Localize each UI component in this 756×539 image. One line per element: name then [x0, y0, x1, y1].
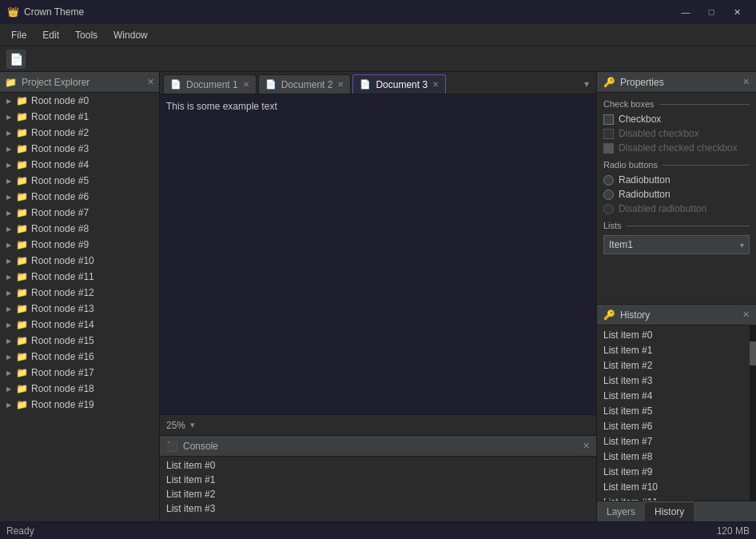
tree-label-18: Root node #18 — [31, 383, 94, 394]
main-layout: 📁 Project Explorer ✕ ▶ 📁 Root node #0 ▶ … — [0, 72, 756, 521]
menu-edit[interactable]: Edit — [34, 26, 67, 44]
tree-item-3[interactable]: ▶ 📁 Root node #3 — [0, 141, 159, 157]
tab-bar: 📄 Document 1 ✕ 📄 Document 2 ✕ 📄 Document… — [160, 72, 596, 94]
tree-label-10: Root node #10 — [31, 255, 94, 266]
history-item-11: List item #11 — [603, 494, 750, 501]
tree-item-19[interactable]: ▶ 📁 Root node #19 — [0, 397, 159, 413]
tree-item-18[interactable]: ▶ 📁 Root node #18 — [0, 381, 159, 397]
tree-item-0[interactable]: ▶ 📁 Root node #0 — [0, 93, 159, 109]
tree-arrow-2: ▶ — [5, 129, 13, 137]
tab-dropdown-button[interactable]: ▾ — [580, 74, 593, 94]
tree-item-8[interactable]: ▶ 📁 Root node #8 — [0, 221, 159, 237]
editor-area[interactable]: This is some example text — [160, 94, 596, 414]
app-title: Crown Theme — [24, 6, 668, 18]
tree-arrow-0: ▶ — [5, 97, 13, 105]
layers-tab[interactable]: Layers — [597, 501, 645, 521]
folder-icon-9: 📁 — [16, 239, 28, 250]
folder-icon-18: 📁 — [16, 383, 28, 394]
tree-item-15[interactable]: ▶ 📁 Root node #15 — [0, 333, 159, 349]
history-tab[interactable]: History — [645, 501, 694, 521]
tree-arrow-5: ▶ — [5, 177, 13, 185]
minimize-button[interactable]: — — [673, 0, 698, 24]
tree-item-9[interactable]: ▶ 📁 Root node #9 — [0, 237, 159, 253]
tree-item-14[interactable]: ▶ 📁 Root node #14 — [0, 317, 159, 333]
close-button[interactable]: ✕ — [724, 0, 750, 24]
tree-label-1: Root node #1 — [31, 111, 89, 122]
radio-2 — [603, 204, 614, 214]
radio-row-0: Radiobutton — [603, 174, 750, 186]
tree-arrow-17: ▶ — [5, 369, 13, 377]
tab-close-doc2[interactable]: ✕ — [337, 80, 344, 89]
checkbox-row-1: Disabled checkbox — [603, 128, 750, 139]
history-title: History — [620, 309, 650, 321]
window-controls: — □ ✕ — [673, 0, 750, 24]
checkbox-2: ✓ — [603, 143, 614, 154]
menu-file[interactable]: File — [3, 26, 34, 44]
app-icon: 👑 — [6, 6, 19, 18]
radio-row-2: Disabled radiobutton — [603, 203, 750, 214]
sidebar-close-button[interactable]: ✕ — [147, 77, 154, 87]
folder-icon-16: 📁 — [16, 351, 28, 362]
history-item-6: List item #6 — [603, 418, 750, 433]
folder-icon-12: 📁 — [16, 287, 28, 298]
tree-arrow-16: ▶ — [5, 353, 13, 361]
history-item-8: List item #8 — [603, 449, 750, 464]
folder-icon-11: 📁 — [16, 271, 28, 282]
tab-close-doc3[interactable]: ✕ — [432, 80, 439, 89]
tree-label-16: Root node #16 — [31, 351, 94, 362]
console-close-button[interactable]: ✕ — [583, 441, 590, 451]
tree-label-12: Root node #12 — [31, 287, 94, 298]
tree-item-10[interactable]: ▶ 📁 Root node #10 — [0, 253, 159, 269]
tree-item-12[interactable]: ▶ 📁 Root node #12 — [0, 285, 159, 301]
history-scrollbar[interactable] — [750, 325, 756, 501]
chevron-down-icon: ▾ — [740, 241, 744, 250]
checkbox-0[interactable] — [603, 114, 614, 125]
menu-tools[interactable]: Tools — [67, 26, 105, 44]
new-file-button[interactable]: 📄 — [6, 50, 26, 69]
tab-close-doc1[interactable]: ✕ — [243, 80, 249, 89]
menu-window[interactable]: Window — [105, 26, 156, 44]
properties-icon: 🔑 — [603, 77, 615, 88]
tree-item-4[interactable]: ▶ 📁 Root node #4 — [0, 157, 159, 173]
bottom-tabs-bar: Layers History — [597, 501, 756, 521]
radiobuttons-label: Radio buttons — [603, 160, 750, 170]
tree-item-17[interactable]: ▶ 📁 Root node #17 — [0, 365, 159, 381]
checkbox-label-2: Disabled checked checkbox — [619, 142, 738, 154]
tree-arrow-4: ▶ — [5, 161, 13, 169]
radio-1[interactable] — [603, 190, 614, 200]
tree-item-2[interactable]: ▶ 📁 Root node #2 — [0, 125, 159, 141]
lists-dropdown[interactable]: Item1 ▾ — [603, 235, 750, 254]
folder-icon-7: 📁 — [16, 207, 28, 218]
tree-item-6[interactable]: ▶ 📁 Root node #6 — [0, 189, 159, 205]
tab-document3[interactable]: 📄 Document 3 ✕ — [352, 74, 446, 94]
tree-arrow-13: ▶ — [5, 305, 13, 313]
zoom-dropdown-button[interactable]: ▾ — [190, 420, 195, 430]
tab-document2[interactable]: 📄 Document 2 ✕ — [258, 74, 352, 94]
tree-item-11[interactable]: ▶ 📁 Root node #11 — [0, 269, 159, 285]
console-list: List item #0List item #1List item #2List… — [160, 457, 596, 521]
radio-0[interactable] — [603, 175, 614, 186]
console-item-0: List item #0 — [166, 458, 590, 473]
folder-icon-0: 📁 — [16, 95, 28, 106]
tab-label-doc2: Document 2 — [281, 79, 333, 90]
tree-item-13[interactable]: ▶ 📁 Root node #13 — [0, 301, 159, 317]
properties-header: 🔑 Properties ✕ — [597, 72, 756, 93]
history-close-button[interactable]: ✕ — [742, 309, 750, 320]
maximize-button[interactable]: □ — [698, 0, 724, 24]
tab-document1[interactable]: 📄 Document 1 ✕ — [163, 74, 257, 94]
sidebar-title: Project Explorer — [22, 77, 90, 88]
tree-arrow-18: ▶ — [5, 385, 13, 393]
tree-item-16[interactable]: ▶ 📁 Root node #16 — [0, 349, 159, 365]
checkbox-row-0: Checkbox — [603, 114, 750, 125]
center-content: 📄 Document 1 ✕ 📄 Document 2 ✕ 📄 Document… — [160, 72, 596, 521]
tree-label-7: Root node #7 — [31, 207, 89, 218]
tree-item-7[interactable]: ▶ 📁 Root node #7 — [0, 205, 159, 221]
history-item-4: List item #4 — [603, 388, 750, 403]
tree-label-0: Root node #0 — [31, 95, 89, 106]
properties-close-button[interactable]: ✕ — [742, 77, 750, 87]
tree-item-1[interactable]: ▶ 📁 Root node #1 — [0, 109, 159, 125]
console-item-2: List item #2 — [166, 487, 590, 501]
folder-icon-5: 📁 — [16, 175, 28, 186]
tab-icon-doc1: 📄 — [170, 79, 181, 90]
tree-item-5[interactable]: ▶ 📁 Root node #5 — [0, 173, 159, 189]
